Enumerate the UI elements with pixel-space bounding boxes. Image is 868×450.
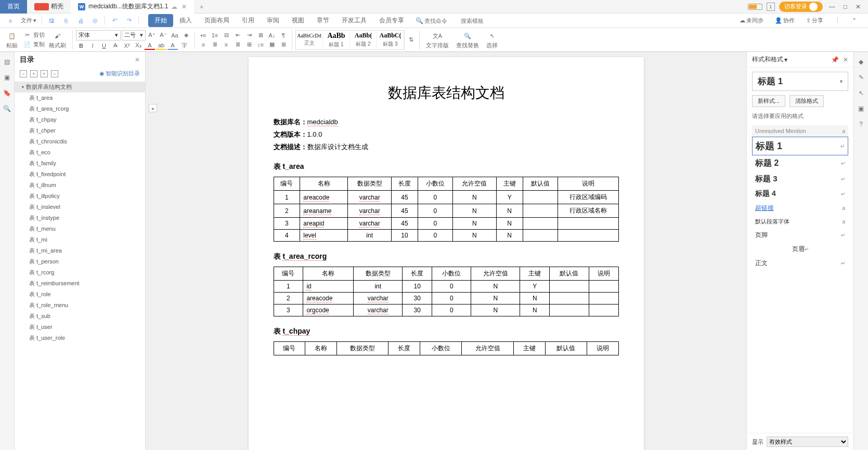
style-list-item[interactable]: 标题 3↵ (752, 171, 848, 187)
toc-item[interactable]: 表 t_role_menu (15, 300, 145, 311)
tab-add-button[interactable]: + (194, 3, 209, 11)
toc-item[interactable]: 表 t_user (15, 322, 145, 333)
save-button[interactable]: 🖫 (44, 16, 59, 26)
align-center-button[interactable]: ≣ (210, 41, 220, 49)
char-border-button[interactable]: 字 (179, 42, 189, 50)
bookmark-icon[interactable]: 🔖 (3, 88, 12, 98)
format-painter-button[interactable]: 🖌 格式刷 (46, 29, 69, 50)
toc-item[interactable]: 表 t_person (15, 256, 145, 267)
toc-item[interactable]: 表 t_area (15, 92, 145, 103)
print-preview-button[interactable]: ◎ (88, 16, 102, 26)
numbering-button[interactable]: 1≡ (210, 31, 220, 39)
tab-close-icon[interactable]: ✕ (182, 3, 187, 10)
style-gallery-item-0[interactable]: AaBbCcDd正文 (296, 31, 323, 49)
clear-style-button[interactable]: 清除格式 (789, 95, 824, 107)
share-button[interactable]: ⇪ 分享 (803, 16, 826, 25)
cut-button[interactable]: ✂ (22, 31, 32, 39)
style-list-item[interactable]: 超链接a (752, 201, 848, 215)
minimize-button[interactable]: — (827, 3, 837, 10)
new-style-button[interactable]: 新样式... (752, 95, 785, 107)
toc-promote-button[interactable]: + (41, 70, 48, 77)
align-left-button[interactable]: ≡ (198, 41, 209, 49)
unit-icon[interactable]: 1 (767, 3, 775, 11)
style-list-item[interactable]: 标题 1↵ (752, 137, 848, 155)
justify-button[interactable]: ≣ (232, 41, 243, 49)
toc-item[interactable]: 表 t_instype (15, 213, 145, 223)
underline-button[interactable]: U (99, 42, 109, 50)
italic-button[interactable]: I (87, 42, 98, 50)
clear-format-button[interactable]: ◈ (181, 31, 191, 39)
style-list-item[interactable]: Unresolved Mentiona (752, 125, 848, 137)
toc-item[interactable]: 表 t_chronicdis (15, 136, 145, 147)
smart-toc-button[interactable]: ◉智能识别目录 (99, 70, 140, 77)
toc-item[interactable]: 表 t_fixedpoint (15, 169, 145, 180)
toc-expand-button[interactable]: + (30, 70, 37, 77)
style-list-item[interactable]: 正文↵ (752, 256, 848, 270)
undo-button[interactable]: ↶ (107, 16, 122, 26)
ribbon-tab-5[interactable]: 视图 (286, 14, 310, 27)
align-right-button[interactable]: ≡ (221, 41, 231, 49)
toc-root-item[interactable]: 数据库表结构文档 (15, 82, 145, 92)
tab-document[interactable]: W medcialdb...统数据库文档1.1 ☁ ✕ (71, 0, 194, 14)
shrink-font-button[interactable]: A⁻ (158, 31, 169, 39)
ribbon-tab-2[interactable]: 页面布局 (198, 14, 236, 27)
command-search-input[interactable] (424, 18, 456, 24)
panel-close-button[interactable]: ✕ (843, 56, 848, 63)
outline-icon[interactable]: ▤ (3, 57, 12, 67)
font-color-button[interactable]: A (145, 42, 155, 50)
toc-item[interactable]: 表 t_mi_area (15, 245, 145, 256)
redo-button[interactable]: ↷ (122, 16, 136, 26)
print-button[interactable]: 🖨 (73, 16, 88, 26)
toc-collapse-button[interactable]: − (20, 70, 27, 77)
borders-button[interactable]: ⊞ (278, 41, 289, 49)
bold-button[interactable]: B (76, 42, 86, 50)
style-list-item[interactable]: 页眉↵ (752, 242, 848, 256)
tabs-button[interactable]: ⊞ (255, 31, 266, 39)
ai-icon[interactable]: ◆ (857, 57, 866, 67)
coop-button[interactable]: 👤 协作 (772, 16, 798, 25)
current-style-box[interactable]: 标题 1 ▾ (752, 72, 848, 91)
slide-icon[interactable]: ▣ (3, 73, 12, 82)
toc-item[interactable]: 表 t_reimbursement (15, 278, 145, 289)
toc-demote-button[interactable]: − (51, 70, 58, 77)
show-filter-select[interactable]: 有效样式 (767, 436, 848, 447)
style-strip-icon[interactable]: ✎ (857, 73, 866, 82)
layers-icon[interactable]: ▣ (857, 104, 866, 113)
ribbon-tab-8[interactable]: 会员专享 (373, 14, 410, 27)
menu-button[interactable]: ≡ (3, 16, 18, 26)
unsync-button[interactable]: ☁ 未同步 (736, 16, 767, 25)
collapse-button[interactable]: ⌃ (849, 16, 860, 25)
ribbon-tab-6[interactable]: 章节 (310, 14, 335, 27)
indent-button[interactable]: ⇥ (244, 31, 254, 39)
toc-item[interactable]: 表 t_eco (15, 147, 145, 158)
paste-button[interactable]: 📋 粘贴 (3, 29, 21, 50)
page-indicator-icon[interactable]: ▸ (149, 104, 157, 112)
toc-close-button[interactable]: ✕ (135, 56, 140, 63)
guest-login-button[interactable]: 访客登录 (779, 2, 823, 12)
toc-item[interactable]: 表 t_role (15, 289, 145, 300)
tab-home[interactable]: 首页 (0, 0, 27, 14)
save-as-button[interactable]: ⎘ (59, 16, 73, 26)
toc-item[interactable]: 表 t_illnum (15, 180, 145, 191)
superscript-button[interactable]: X² (122, 42, 132, 50)
find-replace-button[interactable]: 🔍 查找替换 (453, 29, 482, 50)
toc-item[interactable]: 表 t_chper (15, 125, 145, 136)
style-list-item[interactable]: 标题 4↵ (752, 187, 848, 201)
shading-button[interactable]: A (167, 42, 178, 50)
ribbon-tab-0[interactable]: 开始 (148, 14, 173, 27)
para-shading-button[interactable]: ▦ (267, 41, 277, 49)
strike-button[interactable]: A̶ (110, 42, 121, 50)
copy-button[interactable]: 📄 (22, 41, 32, 49)
style-list-item[interactable]: 默认段落字体a (752, 215, 848, 228)
pin-button[interactable]: 📌 (831, 56, 839, 63)
subscript-button[interactable]: X₂ (133, 42, 144, 50)
bullets-button[interactable]: •≡ (198, 31, 209, 39)
ribbon-tab-7[interactable]: 开发工具 (335, 14, 373, 27)
maximize-button[interactable]: □ (841, 3, 849, 10)
toc-item[interactable]: 表 t_mi (15, 234, 145, 245)
document-canvas[interactable]: ▸ 数据库表结构文档 数据库名：medcialdb 文档版本：1.0.0 文档描… (146, 52, 746, 450)
toc-item[interactable]: 表 t_sub (15, 311, 145, 322)
toc-item[interactable]: 表 t_rcorg (15, 267, 145, 278)
outdent-button[interactable]: ⇤ (232, 31, 243, 39)
cursor-icon[interactable]: ↖ (857, 88, 866, 98)
